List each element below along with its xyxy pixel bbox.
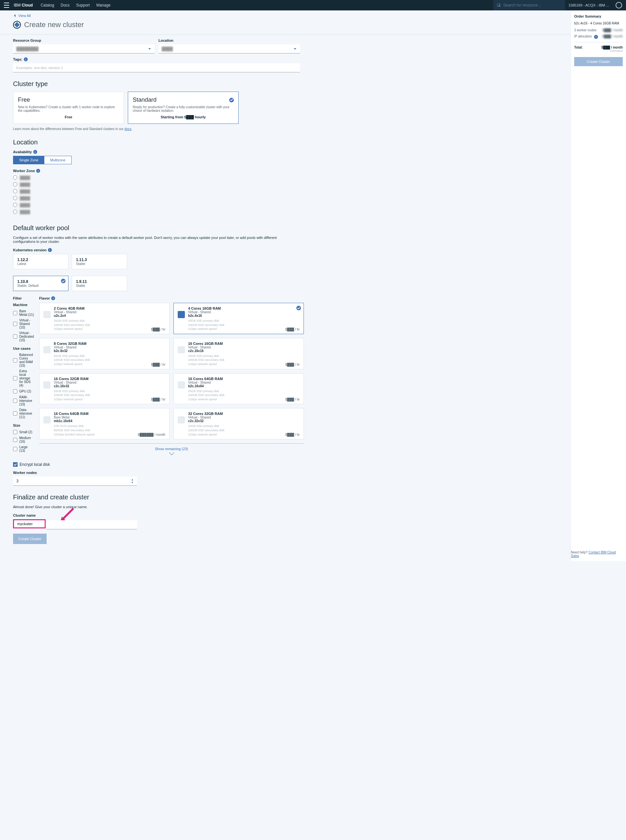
filter-checkbox[interactable]: Bare Metal (11) bbox=[13, 309, 34, 316]
zone-radio[interactable]: ████ bbox=[13, 182, 300, 186]
resource-group-select[interactable]: ████████ bbox=[13, 44, 155, 53]
info-icon[interactable]: i bbox=[48, 248, 52, 252]
flavor-card[interactable]: 16 Cores 16GB RAM Virtual - Shared c2c.1… bbox=[174, 338, 304, 369]
filter-heading: Filter bbox=[13, 296, 34, 300]
chip-icon bbox=[178, 382, 185, 388]
search-icon bbox=[496, 3, 501, 8]
chip-icon bbox=[43, 382, 50, 388]
page-title: Create new cluster bbox=[24, 20, 84, 29]
nav-catalog[interactable]: Catalog bbox=[41, 3, 54, 8]
tags-input[interactable] bbox=[13, 63, 300, 72]
chip-icon bbox=[178, 346, 185, 354]
zone-radio[interactable]: ████ bbox=[13, 175, 300, 180]
filter-checkbox[interactable]: Medium (16) bbox=[13, 436, 34, 443]
worker-pool-heading: Default worker pool bbox=[13, 224, 300, 232]
filter-checkbox[interactable]: Data-intensive (11) bbox=[13, 408, 34, 419]
filter-checkbox[interactable]: Extra local storage for SDS (4) bbox=[13, 369, 34, 387]
chevron-down-icon bbox=[293, 47, 297, 50]
filter-checkbox[interactable]: Virtual - Shared (10) bbox=[13, 319, 34, 329]
info-icon[interactable]: i bbox=[36, 169, 40, 173]
toggle-multizone[interactable]: Multizone bbox=[44, 156, 71, 164]
flavor-card[interactable]: 8 Cores 32GB RAM Virtual - Shared b2c.8x… bbox=[39, 338, 169, 369]
back-link[interactable]: View All bbox=[13, 14, 31, 17]
flavor-card[interactable]: 16 Cores 32GB RAM Virtual - Shared c2c.1… bbox=[39, 373, 169, 405]
menu-icon[interactable] bbox=[4, 3, 9, 8]
brand[interactable]: IBM Cloud bbox=[14, 3, 33, 8]
version-card[interactable]: 1.12.2Latest bbox=[13, 254, 69, 269]
version-card[interactable]: 1.11.3Stable bbox=[72, 254, 127, 269]
tags-label: Tags:i bbox=[13, 57, 300, 61]
zone-radio[interactable]: ████ bbox=[13, 196, 300, 200]
create-cluster-button[interactable]: Create Cluster bbox=[13, 533, 47, 544]
worker-zone-list: ████ ████ ████ ████ ████ ████ bbox=[13, 175, 300, 214]
finalize-heading: Finalize and create cluster bbox=[13, 493, 300, 501]
info-icon[interactable]: i bbox=[51, 296, 55, 300]
show-more-flavors[interactable]: Show remaining (23) bbox=[39, 443, 304, 458]
availability-toggle: Single Zone Multizone bbox=[13, 156, 72, 164]
chip-icon bbox=[43, 311, 50, 318]
check-icon bbox=[229, 98, 234, 102]
check-icon bbox=[296, 306, 301, 310]
location-heading: Location bbox=[13, 139, 300, 146]
check-icon bbox=[61, 279, 66, 283]
summary-item: b2c.4x16 - 4 Cores 16GB RAM bbox=[574, 22, 623, 25]
flavor-card[interactable]: 16 Cores 64GB RAM Bare Metal mb1c.16x64 … bbox=[39, 408, 169, 440]
docs-link[interactable]: docs bbox=[125, 127, 131, 131]
location-label: Location bbox=[158, 39, 300, 42]
flavor-card[interactable]: 4 Cores 16GB RAM Virtual - Shared b2c.4x… bbox=[174, 303, 304, 334]
search-input[interactable]: Search for resource... bbox=[493, 0, 565, 11]
spinner-arrows-icon[interactable]: ▲▼ bbox=[131, 478, 134, 484]
filter-checkbox[interactable]: GPU (2) bbox=[13, 389, 34, 393]
avatar-icon[interactable] bbox=[615, 2, 622, 8]
info-icon[interactable]: i bbox=[24, 57, 28, 61]
chip-icon bbox=[178, 416, 185, 424]
cluster-type-standard[interactable]: Standard Ready for production? Create a … bbox=[128, 92, 239, 124]
kubernetes-icon bbox=[13, 21, 21, 29]
cluster-type-heading: Cluster type bbox=[13, 80, 300, 88]
location-select[interactable]: ████ bbox=[158, 44, 300, 53]
chip-icon bbox=[43, 346, 50, 354]
encrypt-checkbox[interactable]: Encrypt local disk bbox=[13, 462, 300, 467]
worker-pool-desc: Configure a set of worker nodes with the… bbox=[13, 236, 300, 244]
nav-support[interactable]: Support bbox=[76, 3, 90, 8]
flavor-card[interactable]: 16 Cores 64GB RAM Virtual - Shared b2c.1… bbox=[174, 373, 304, 405]
check-icon bbox=[13, 462, 17, 467]
info-icon[interactable]: i bbox=[33, 150, 37, 154]
arrow-left-icon bbox=[13, 14, 17, 17]
chip-icon bbox=[43, 416, 50, 424]
nav-docs[interactable]: Docs bbox=[61, 3, 69, 8]
info-icon[interactable]: i bbox=[594, 35, 598, 39]
filter-checkbox[interactable]: Balanced Cores and RAM (10) bbox=[13, 353, 34, 368]
flavor-card[interactable]: 32 Cores 32GB RAM Virtual - Shared c2c.3… bbox=[174, 408, 304, 440]
version-card[interactable]: 1.10.8Stable, Default bbox=[13, 276, 69, 291]
filter-checkbox[interactable]: Small (2) bbox=[13, 430, 34, 434]
flavor-card[interactable]: 2 Cores 4GB RAM Virtual - Shared u2c.2x4… bbox=[39, 303, 169, 334]
zone-radio[interactable]: ████ bbox=[13, 203, 300, 207]
version-card[interactable]: 1.9.11Stable bbox=[72, 276, 127, 291]
chevron-down-icon bbox=[148, 47, 151, 50]
worker-nodes-input[interactable]: 3 ▲▼ bbox=[13, 477, 137, 486]
filter-checkbox[interactable]: Virtual - Dedicated (10) bbox=[13, 331, 34, 342]
zone-radio[interactable]: ████ bbox=[13, 210, 300, 214]
zone-radio[interactable]: ████ bbox=[13, 189, 300, 193]
account-selector[interactable]: 1585189 - ACQX - IBM ... bbox=[565, 3, 612, 7]
filter-checkbox[interactable]: RAM-intensive (10) bbox=[13, 396, 34, 406]
cluster-name-input[interactable] bbox=[13, 519, 45, 529]
resource-group-label: Resource Group bbox=[13, 39, 155, 42]
chip-icon bbox=[178, 311, 185, 318]
toggle-single-zone[interactable]: Single Zone bbox=[13, 156, 44, 164]
filter-checkbox[interactable]: Large (13) bbox=[13, 445, 34, 452]
cluster-type-note: Learn more about the differences between… bbox=[13, 127, 300, 131]
cluster-type-free[interactable]: Free New to Kubernetes? Create a cluster… bbox=[13, 92, 124, 124]
nav-manage[interactable]: Manage bbox=[96, 3, 110, 8]
create-cluster-button-sidebar[interactable]: Create Cluster bbox=[574, 57, 623, 66]
topbar: IBM Cloud Catalog Docs Support Manage Se… bbox=[0, 0, 626, 11]
order-summary: Order Summary b2c.4x16 - 4 Cores 16GB RA… bbox=[571, 11, 626, 561]
